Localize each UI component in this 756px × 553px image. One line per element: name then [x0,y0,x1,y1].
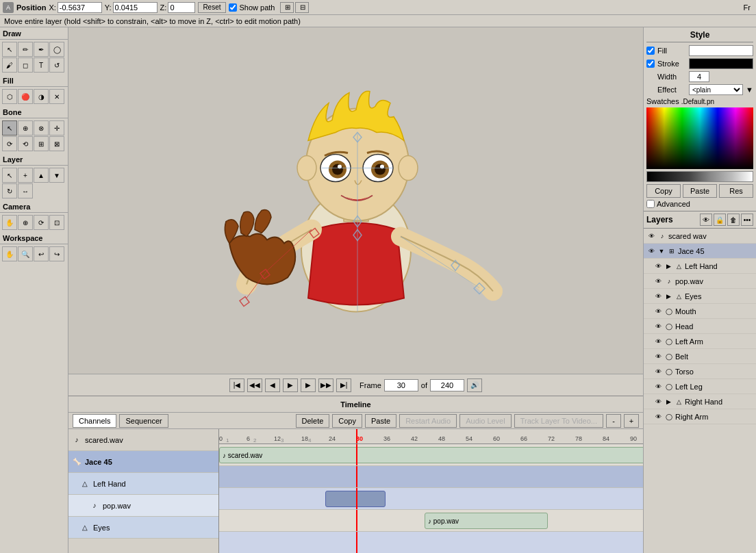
track-layer-button[interactable]: Track Layer To Video... [514,414,603,428]
copy-button[interactable]: Copy [332,414,362,428]
current-frame-input[interactable] [384,379,418,391]
tool-layer-select[interactable]: ↖ [2,168,17,183]
go-start-button[interactable]: |◀ [229,378,244,392]
tool-camera-reset[interactable]: ⊡ [49,215,64,230]
z-input[interactable] [168,2,195,13]
layer-item-eyes[interactable]: 👁 ▶ △ Eyes [644,289,756,304]
layer-item-left-leg[interactable]: 👁 ◯ Left Leg [644,379,756,394]
tool-bone-select[interactable]: ↖ [2,120,17,136]
expand-icon[interactable]: ▼ [657,247,666,255]
tool-bone-edit[interactable]: ⊗ [34,120,49,136]
tool-ws-hand[interactable]: ✋ [2,246,17,261]
stroke-checkbox[interactable] [646,60,655,68]
x-input[interactable] [58,2,102,13]
tool-layer-down[interactable]: ▼ [49,168,64,183]
layer-item-right-hand[interactable]: 👁 ▶ △ Right Hand [644,394,756,409]
tool-layer-flip[interactable]: ↔ [18,183,33,198]
tool-ws-undo[interactable]: ↩ [34,246,49,261]
fill-color-swatch[interactable] [689,45,753,56]
layer-item-torso[interactable]: 👁 ◯ Torso [644,364,756,379]
tool-bone-scale[interactable]: ⟲ [18,136,33,151]
tool-ws-redo[interactable]: ↪ [49,246,64,261]
layer-item-scared-wav[interactable]: 👁 ♪ scared wav [644,229,756,244]
contract-btn[interactable]: ⊟ [295,2,309,13]
tl-layer-left-hand[interactable]: △ Left Hand [68,473,218,495]
layer-item-pop-wav[interactable]: 👁 ♪ pop.wav [644,274,756,289]
tab-sequencer[interactable]: Sequencer [119,414,168,428]
width-input[interactable] [689,71,709,82]
reset-button[interactable]: Reset [198,2,225,13]
color-picker[interactable] [646,107,753,169]
tool-bone-add[interactable]: ⊕ [18,120,33,136]
tool-pen[interactable]: ✒ [34,42,49,57]
expand-icon[interactable]: ▶ [664,262,672,270]
copy-style-button[interactable]: Copy [646,184,681,198]
effect-select[interactable]: <plain [689,84,743,95]
layers-eye-btn[interactable]: 👁 [700,214,712,226]
tl-layer-eyes[interactable]: △ Eyes [68,517,218,539]
next-frame-button[interactable]: ▶▶ [318,378,333,392]
prev-frame-button[interactable]: ◀◀ [247,378,262,392]
layers-more-btn[interactable]: ••• [741,214,753,226]
layer-item-left-arm[interactable]: 👁 ◯ Left Arm [644,334,756,349]
go-end-button[interactable]: ▶| [336,378,351,392]
tab-channels[interactable]: Channels [73,414,116,428]
tool-layer-add[interactable]: + [18,168,33,183]
tool-gradient[interactable]: ◑ [34,89,49,104]
paste-button[interactable]: Paste [365,414,396,428]
reset-style-button[interactable]: Res [719,184,753,198]
zoom-out-button[interactable]: - [606,414,621,428]
tool-fill[interactable]: ⬡ [2,89,17,104]
layer-item-belt[interactable]: 👁 ◯ Belt [644,349,756,364]
tool-camera-zoom[interactable]: ⊕ [18,215,33,230]
tool-eraser[interactable]: ◻ [18,57,33,73]
tool-brush[interactable]: 🖌 [2,57,17,73]
tool-bone-bind[interactable]: ⊞ [34,136,49,151]
layer-item-left-hand[interactable]: 👁 ▶ △ Left Hand [644,259,756,274]
show-path-checkbox[interactable] [229,3,237,12]
tool-ws-zoom[interactable]: 🔍 [18,246,33,261]
delete-button[interactable]: Delete [296,414,330,428]
play-button[interactable]: ▶ [283,378,298,392]
stroke-color-swatch[interactable] [689,58,753,69]
layers-delete-btn[interactable]: 🗑 [727,214,740,226]
tool-layer-up[interactable]: ▲ [34,168,49,183]
fill-checkbox[interactable] [646,47,655,55]
tl-layer-pop-wav[interactable]: ♪ pop.wav [68,495,218,517]
grayscale-bar[interactable] [646,171,753,182]
paste-style-button[interactable]: Paste [683,184,717,198]
tl-layer-scared-wav[interactable]: ♪ scared.wav [68,429,218,451]
tool-layer-rotate[interactable]: ↻ [2,183,17,198]
expand-btn[interactable]: ⊞ [280,2,294,13]
tool-bone-rotate[interactable]: ⟳ [2,136,17,151]
y-input[interactable] [113,2,158,13]
layer-item-mouth[interactable]: 👁 ◯ Mouth [644,304,756,319]
tool-arrow[interactable]: ↖ [2,42,17,57]
tool-text[interactable]: T [34,57,49,73]
tool-shape[interactable]: ◯ [49,42,64,57]
layer-item-right-arm[interactable]: 👁 ◯ Right Arm [644,409,756,424]
canvas-area[interactable] [68,27,643,374]
tool-dropper[interactable]: 🔴 [18,89,33,104]
step-fwd-button[interactable]: ▶ [301,378,316,392]
tool-bone-weight[interactable]: ⊠ [49,136,64,151]
layer-item-head[interactable]: 👁 ◯ Head [644,319,756,334]
tool-pencil[interactable]: ✏ [18,42,33,57]
tool-close[interactable]: ✕ [49,89,64,104]
restart-audio-button[interactable]: Restart Audio [399,414,457,428]
layers-lock-btn[interactable]: 🔒 [714,214,726,226]
tl-layer-jace45[interactable]: 🦴 Jace 45 [68,451,218,473]
tool-bone-move[interactable]: ✛ [49,120,64,136]
step-back-button[interactable]: ◀ [265,378,280,392]
tool-camera-pan[interactable]: ✋ [2,215,17,230]
expand-icon[interactable]: ▶ [664,398,672,406]
audio-level-button[interactable]: Audio Level [459,414,512,428]
audio-button[interactable]: 🔊 [467,378,482,392]
advanced-checkbox[interactable] [646,200,655,208]
zoom-in-button[interactable]: + [624,414,639,428]
total-frames-input[interactable] [430,379,464,391]
tool-camera-rotate[interactable]: ⟳ [34,215,49,230]
expand-icon[interactable]: ▶ [664,292,672,300]
tool-zoom[interactable]: ↺ [49,57,64,73]
layer-item-jace45[interactable]: 👁 ▼ ⊞ Jace 45 [644,244,756,259]
